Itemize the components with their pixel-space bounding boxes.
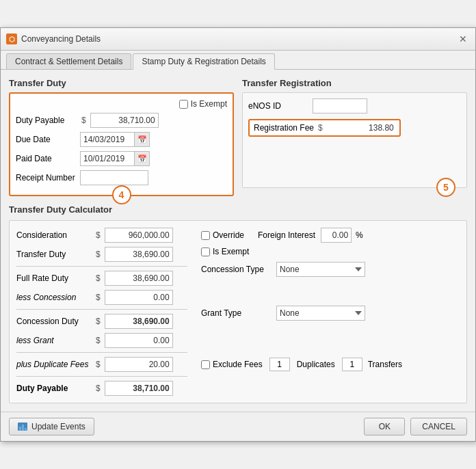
callout-4: 4 bbox=[112, 185, 131, 204]
due-date-input[interactable] bbox=[80, 132, 135, 147]
close-button[interactable]: ✕ bbox=[456, 32, 470, 46]
is-exempt-row: Is Exempt bbox=[16, 99, 227, 109]
plus-dup-row: plus Duplicate Fees $ bbox=[16, 357, 187, 372]
plus-dup-label: plus Duplicate Fees bbox=[16, 360, 92, 369]
update-events-button[interactable]: Update Events bbox=[9, 418, 94, 436]
top-sections: Transfer Duty Is Exempt Duty Payable $ bbox=[9, 78, 467, 196]
transfers-label: Transfers bbox=[368, 360, 402, 369]
transfer-duty-section: Transfer Duty Is Exempt Duty Payable $ bbox=[9, 78, 234, 196]
override-label: Override bbox=[213, 230, 244, 240]
duty-payable-input[interactable] bbox=[90, 113, 159, 128]
full-rate-row: Full Rate Duty $ bbox=[16, 271, 187, 286]
transfer-duty-calc-input[interactable] bbox=[105, 247, 173, 262]
concession-type-select[interactable]: None First Home Senior bbox=[276, 262, 365, 277]
duplicates-count-input[interactable] bbox=[269, 358, 290, 371]
transfers-count-input[interactable] bbox=[342, 358, 362, 371]
calc-box: Consideration $ Transfer Duty $ bbox=[9, 220, 467, 403]
full-rate-input[interactable] bbox=[105, 271, 173, 286]
full-rate-currency: $ bbox=[96, 273, 101, 283]
calc-right: Override Foreign Interest % Is Exempt bbox=[201, 228, 460, 396]
calc-is-exempt-label: Is Exempt bbox=[213, 247, 249, 256]
less-concession-row: less Concession $ bbox=[16, 290, 187, 305]
tab-contract[interactable]: Contract & Settlement Details bbox=[6, 53, 131, 69]
concession-duty-label: Concession Duty bbox=[16, 317, 92, 326]
paid-date-input[interactable] bbox=[80, 151, 135, 166]
bottom-bar: Update Events OK CANCEL bbox=[1, 412, 475, 441]
reg-fee-label: Registration Fee bbox=[254, 123, 314, 133]
override-checkbox[interactable] bbox=[201, 231, 210, 240]
paid-date-calendar-button[interactable]: 📅 bbox=[135, 151, 150, 166]
reg-fee-highlight: Registration Fee $ bbox=[248, 119, 401, 137]
transfer-duty-title: Transfer Duty bbox=[9, 78, 234, 88]
app-icon: ⬡ bbox=[6, 34, 17, 44]
due-date-calendar-button[interactable]: 📅 bbox=[135, 132, 150, 147]
tab-stamp-duty[interactable]: Stamp Duty & Registration Details bbox=[133, 53, 274, 70]
foreign-interest-input[interactable] bbox=[321, 228, 352, 243]
due-date-field: 📅 bbox=[80, 132, 150, 147]
right-buttons: OK CANCEL bbox=[364, 418, 467, 436]
reg-fee-row: Registration Fee $ bbox=[248, 119, 461, 137]
plus-dup-currency: $ bbox=[96, 360, 101, 369]
tab-bar: Contract & Settlement Details Stamp Duty… bbox=[1, 51, 475, 70]
less-concession-input[interactable] bbox=[105, 290, 173, 305]
foreign-interest-label: Foreign Interest bbox=[258, 230, 315, 240]
window-title: Conveyancing Details bbox=[21, 34, 101, 44]
calculator-section: Transfer Duty Calculator Consideration $ bbox=[9, 204, 467, 403]
due-date-row: Due Date 📅 bbox=[16, 132, 227, 147]
duty-payable-calc-currency: $ bbox=[96, 384, 101, 393]
receipt-row: Receipt Number bbox=[16, 170, 227, 185]
transfer-reg-box: eNOS ID Registration Fee $ 5 bbox=[242, 92, 467, 188]
due-date-label: Due Date bbox=[16, 135, 77, 144]
duplicates-label: Duplicates bbox=[297, 360, 335, 369]
less-concession-label: less Concession bbox=[16, 293, 92, 302]
receipt-label: Receipt Number bbox=[16, 173, 77, 183]
transfer-reg-title: Transfer Registration bbox=[242, 78, 467, 88]
callout-5: 5 bbox=[436, 178, 455, 197]
grant-type-select[interactable]: None First Home Owner bbox=[276, 306, 365, 321]
transfer-registration-section: Transfer Registration eNOS ID Registrati… bbox=[242, 78, 467, 196]
duty-payable-calc-label: Duty Payable bbox=[16, 384, 92, 393]
paid-date-field: 📅 bbox=[80, 151, 150, 166]
plus-dup-input[interactable] bbox=[105, 357, 173, 372]
enos-input[interactable] bbox=[313, 98, 367, 113]
reg-fee-currency: $ bbox=[318, 123, 323, 133]
duty-payable-label: Duty Payable bbox=[16, 116, 77, 125]
ok-button[interactable]: OK bbox=[364, 418, 405, 436]
title-bar-left: ⬡ Conveyancing Details bbox=[6, 34, 101, 44]
main-window: ⬡ Conveyancing Details ✕ Contract & Sett… bbox=[0, 27, 476, 442]
is-exempt-label: Is Exempt bbox=[191, 99, 227, 109]
paid-date-row: Paid Date 📅 bbox=[16, 151, 227, 166]
duty-payable-row: Duty Payable $ bbox=[16, 113, 227, 128]
reg-fee-input[interactable] bbox=[327, 123, 395, 133]
transfer-duty-box: Is Exempt Duty Payable $ Due Date 📅 bbox=[9, 92, 234, 196]
duty-payable-currency: $ bbox=[81, 116, 86, 125]
update-events-label: Update Events bbox=[31, 422, 85, 431]
less-grant-input[interactable] bbox=[105, 333, 173, 348]
calc-is-exempt-row: Is Exempt bbox=[201, 247, 460, 256]
transfer-duty-calc-label: Transfer Duty bbox=[16, 250, 92, 259]
receipt-input[interactable] bbox=[80, 170, 148, 185]
concession-duty-currency: $ bbox=[96, 317, 101, 326]
is-exempt-checkbox[interactable] bbox=[179, 100, 188, 109]
consideration-row: Consideration $ bbox=[16, 228, 187, 243]
transfer-duty-calc-row: Transfer Duty $ bbox=[16, 247, 187, 262]
concession-type-label: Concession Type bbox=[201, 265, 269, 274]
paid-date-label: Paid Date bbox=[16, 154, 77, 163]
cancel-button[interactable]: CANCEL bbox=[410, 418, 467, 436]
consideration-label: Consideration bbox=[16, 230, 92, 240]
exclude-fees-row: Exclude Fees Duplicates Transfers bbox=[201, 358, 460, 371]
update-events-icon bbox=[18, 423, 27, 431]
exclude-fees-checkbox[interactable] bbox=[201, 360, 210, 369]
main-content: Transfer Duty Is Exempt Duty Payable $ bbox=[1, 70, 475, 412]
less-concession-currency: $ bbox=[96, 293, 101, 302]
concession-duty-row: Concession Duty $ bbox=[16, 314, 187, 329]
calc-layout: Consideration $ Transfer Duty $ bbox=[16, 228, 460, 396]
concession-duty-input[interactable] bbox=[105, 314, 173, 329]
title-bar: ⬡ Conveyancing Details ✕ bbox=[1, 28, 475, 51]
duty-payable-calc-row: Duty Payable $ bbox=[16, 381, 187, 396]
concession-type-row: Concession Type None First Home Senior bbox=[201, 262, 460, 277]
consideration-input[interactable] bbox=[105, 228, 173, 243]
duty-payable-calc-input[interactable] bbox=[105, 381, 173, 396]
calc-is-exempt-checkbox[interactable] bbox=[201, 247, 210, 256]
exclude-fees-label: Exclude Fees bbox=[213, 360, 263, 369]
